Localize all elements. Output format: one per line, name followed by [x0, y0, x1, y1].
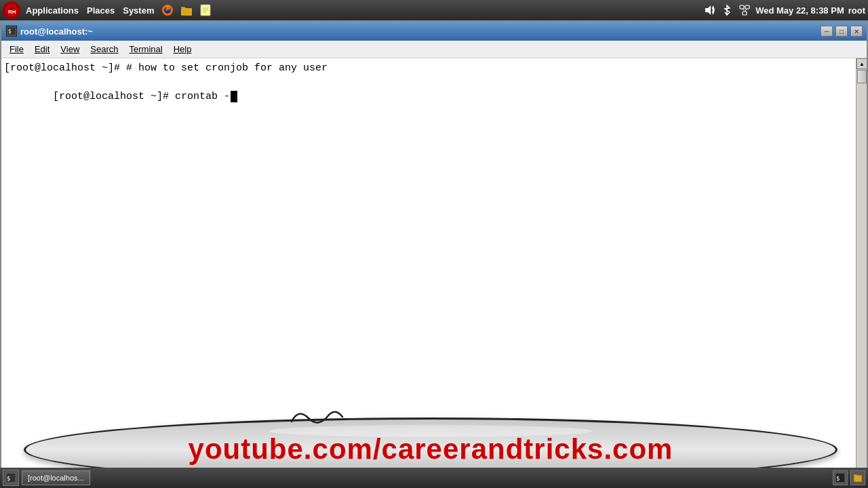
terminal-window-icon: $ — [5, 25, 18, 37]
terminal-cursor — [231, 91, 237, 102]
places-menu[interactable]: Places — [84, 4, 117, 17]
clock: Wed May 22, 8:38 PM — [755, 5, 844, 16]
taskbar-right: Wed May 22, 8:38 PM root — [703, 3, 865, 17]
svg-text:RH: RH — [8, 9, 16, 15]
bottom-files-icon[interactable] — [850, 470, 865, 485]
terminal-command-2: crontab - — [175, 91, 230, 102]
scroll-thumb[interactable] — [857, 70, 867, 83]
scroll-up-arrow[interactable]: ▲ — [856, 58, 867, 69]
svg-rect-4 — [181, 8, 192, 16]
username: root — [848, 5, 865, 16]
svg-text:$: $ — [836, 475, 840, 482]
bluetooth-icon[interactable] — [720, 3, 734, 17]
menu-search[interactable]: Search — [85, 42, 123, 56]
terminal-line-1: [root@localhost ~]# # how to set cronjob… — [4, 61, 854, 75]
terminal-body: [root@localhost ~]# # how to set cronjob… — [1, 58, 867, 487]
svg-marker-9 — [705, 5, 711, 15]
terminal-window: $ root@localhost:~ ─ □ ✕ File Edit View … — [0, 20, 868, 488]
terminal-scrollbar[interactable]: ▲ ▼ — [856, 58, 867, 487]
svg-rect-21 — [854, 475, 862, 482]
redhat-logo[interactable]: RH — [3, 1, 20, 19]
svg-text:$: $ — [8, 28, 12, 35]
close-button[interactable]: ✕ — [850, 26, 863, 37]
menu-view[interactable]: View — [55, 42, 85, 56]
menu-edit[interactable]: Edit — [29, 42, 55, 56]
applications-menu[interactable]: Applications — [23, 4, 81, 17]
taskbar-left: RH Applications Places System — [3, 1, 214, 19]
menu-bar: File Edit View Search Terminal Help — [1, 41, 867, 58]
bottom-terminal-icon[interactable]: $ — [833, 470, 848, 485]
bottom-taskbar: $ [root@localhos... $ — [0, 468, 868, 488]
system-menu[interactable]: System — [120, 4, 157, 17]
svg-rect-11 — [745, 5, 749, 9]
title-bar-left: $ root@localhost:~ — [5, 25, 93, 37]
title-bar: $ root@localhost:~ ─ □ ✕ — [1, 22, 867, 41]
minimize-button[interactable]: ─ — [821, 26, 833, 37]
notes-icon[interactable] — [197, 2, 214, 18]
window-controls: ─ □ ✕ — [821, 26, 863, 37]
menu-terminal[interactable]: Terminal — [124, 42, 168, 56]
svg-rect-10 — [740, 5, 744, 9]
folder-icon[interactable] — [178, 2, 195, 18]
terminal-line-2: [root@localhost ~]# crontab - — [4, 75, 854, 118]
svg-rect-12 — [743, 12, 747, 15]
scroll-track — [856, 69, 867, 476]
bottom-app-button[interactable]: [root@localhos... — [22, 470, 90, 485]
volume-icon[interactable] — [703, 3, 716, 17]
firefox-icon[interactable] — [159, 2, 176, 18]
terminal-content[interactable]: [root@localhost ~]# # how to set cronjob… — [1, 58, 867, 487]
menu-file[interactable]: File — [4, 42, 29, 56]
bottom-right-tray: $ — [833, 470, 865, 485]
bottom-app-icon[interactable]: $ — [3, 470, 19, 486]
window-title: root@localhost:~ — [20, 26, 93, 37]
menu-help[interactable]: Help — [168, 42, 197, 56]
svg-text:$: $ — [7, 475, 10, 482]
maximize-button[interactable]: □ — [835, 26, 848, 37]
network-icon[interactable] — [738, 3, 751, 17]
terminal-prompt-2: [root@localhost ~]# — [53, 91, 175, 102]
top-taskbar: RH Applications Places System — [0, 0, 868, 20]
